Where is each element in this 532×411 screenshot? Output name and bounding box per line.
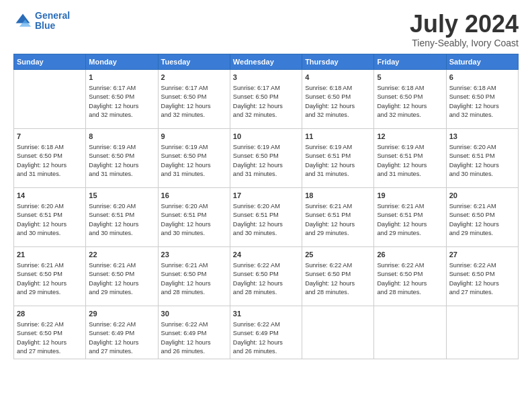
day-info: Sunrise: 6:19 AM Sunset: 6:51 PM Dayligh… [377, 143, 443, 179]
day-number: 6 [449, 73, 515, 83]
weekday-header: Friday [374, 54, 446, 69]
svg-marker-0 [16, 14, 30, 24]
day-info: Sunrise: 6:20 AM Sunset: 6:51 PM Dayligh… [161, 202, 227, 238]
calendar-cell: 15Sunrise: 6:20 AM Sunset: 6:51 PM Dayli… [86, 187, 158, 246]
calendar-cell: 9Sunrise: 6:19 AM Sunset: 6:50 PM Daylig… [158, 128, 230, 187]
logo-icon [13, 11, 32, 30]
calendar-cell: 31Sunrise: 6:22 AM Sunset: 6:49 PM Dayli… [230, 306, 302, 359]
day-info: Sunrise: 6:18 AM Sunset: 6:50 PM Dayligh… [17, 143, 83, 179]
calendar-cell: 22Sunrise: 6:21 AM Sunset: 6:50 PM Dayli… [86, 246, 158, 306]
day-info: Sunrise: 6:22 AM Sunset: 6:50 PM Dayligh… [377, 261, 443, 297]
title-block: July 2024 Tieny-Seably, Ivory Coast [410, 11, 519, 48]
day-info: Sunrise: 6:22 AM Sunset: 6:50 PM Dayligh… [449, 261, 515, 297]
day-number: 24 [233, 250, 299, 260]
day-info: Sunrise: 6:20 AM Sunset: 6:51 PM Dayligh… [233, 202, 299, 238]
calendar-cell: 4Sunrise: 6:18 AM Sunset: 6:50 PM Daylig… [302, 69, 374, 128]
calendar-cell [446, 306, 518, 359]
calendar-cell: 26Sunrise: 6:22 AM Sunset: 6:50 PM Dayli… [374, 246, 446, 306]
calendar-cell [14, 69, 86, 128]
day-info: Sunrise: 6:22 AM Sunset: 6:50 PM Dayligh… [17, 320, 83, 356]
calendar-cell: 14Sunrise: 6:20 AM Sunset: 6:51 PM Dayli… [14, 187, 86, 246]
day-number: 29 [89, 309, 154, 319]
day-info: Sunrise: 6:20 AM Sunset: 6:51 PM Dayligh… [89, 202, 154, 238]
calendar-row: 28Sunrise: 6:22 AM Sunset: 6:50 PM Dayli… [14, 306, 519, 359]
day-number: 4 [305, 73, 371, 83]
calendar-row: 7Sunrise: 6:18 AM Sunset: 6:50 PM Daylig… [14, 128, 519, 187]
calendar-cell: 24Sunrise: 6:22 AM Sunset: 6:50 PM Dayli… [230, 246, 302, 306]
day-info: Sunrise: 6:21 AM Sunset: 6:51 PM Dayligh… [377, 202, 443, 238]
day-info: Sunrise: 6:18 AM Sunset: 6:50 PM Dayligh… [449, 84, 515, 120]
calendar-cell [302, 306, 374, 359]
subtitle: Tieny-Seably, Ivory Coast [410, 38, 519, 48]
day-number: 30 [161, 309, 227, 319]
day-number: 5 [377, 73, 443, 83]
day-info: Sunrise: 6:17 AM Sunset: 6:50 PM Dayligh… [89, 84, 154, 120]
day-number: 25 [305, 250, 371, 260]
calendar-cell: 17Sunrise: 6:20 AM Sunset: 6:51 PM Dayli… [230, 187, 302, 246]
calendar-cell: 20Sunrise: 6:21 AM Sunset: 6:50 PM Dayli… [446, 187, 518, 246]
day-info: Sunrise: 6:18 AM Sunset: 6:50 PM Dayligh… [305, 84, 371, 120]
day-info: Sunrise: 6:22 AM Sunset: 6:49 PM Dayligh… [161, 320, 227, 356]
calendar-cell: 3Sunrise: 6:17 AM Sunset: 6:50 PM Daylig… [230, 69, 302, 128]
day-info: Sunrise: 6:21 AM Sunset: 6:51 PM Dayligh… [305, 202, 371, 238]
day-number: 22 [89, 250, 154, 260]
day-info: Sunrise: 6:21 AM Sunset: 6:50 PM Dayligh… [449, 202, 515, 238]
day-number: 31 [233, 309, 299, 319]
day-info: Sunrise: 6:19 AM Sunset: 6:50 PM Dayligh… [233, 143, 299, 179]
main-title: July 2024 [410, 11, 519, 38]
calendar-cell: 21Sunrise: 6:21 AM Sunset: 6:50 PM Dayli… [14, 246, 86, 306]
calendar-cell: 29Sunrise: 6:22 AM Sunset: 6:49 PM Dayli… [86, 306, 158, 359]
day-info: Sunrise: 6:22 AM Sunset: 6:50 PM Dayligh… [233, 261, 299, 297]
calendar-cell: 27Sunrise: 6:22 AM Sunset: 6:50 PM Dayli… [446, 246, 518, 306]
day-number: 8 [89, 132, 154, 142]
calendar-cell: 1Sunrise: 6:17 AM Sunset: 6:50 PM Daylig… [86, 69, 158, 128]
day-number: 2 [161, 73, 227, 83]
calendar-cell: 30Sunrise: 6:22 AM Sunset: 6:49 PM Dayli… [158, 306, 230, 359]
day-number: 10 [233, 132, 299, 142]
day-number: 1 [89, 73, 154, 83]
calendar-cell: 16Sunrise: 6:20 AM Sunset: 6:51 PM Dayli… [158, 187, 230, 246]
day-number: 23 [161, 250, 227, 260]
calendar-cell: 10Sunrise: 6:19 AM Sunset: 6:50 PM Dayli… [230, 128, 302, 187]
day-number: 7 [17, 132, 83, 142]
day-number: 3 [233, 73, 299, 83]
calendar-cell: 28Sunrise: 6:22 AM Sunset: 6:50 PM Dayli… [14, 306, 86, 359]
day-info: Sunrise: 6:22 AM Sunset: 6:49 PM Dayligh… [233, 320, 299, 356]
day-info: Sunrise: 6:22 AM Sunset: 6:50 PM Dayligh… [305, 261, 371, 297]
weekday-header: Tuesday [158, 54, 230, 69]
day-info: Sunrise: 6:19 AM Sunset: 6:50 PM Dayligh… [89, 143, 154, 179]
calendar-cell: 25Sunrise: 6:22 AM Sunset: 6:50 PM Dayli… [302, 246, 374, 306]
day-number: 27 [449, 250, 515, 260]
day-info: Sunrise: 6:21 AM Sunset: 6:50 PM Dayligh… [161, 261, 227, 297]
day-number: 9 [161, 132, 227, 142]
day-info: Sunrise: 6:19 AM Sunset: 6:51 PM Dayligh… [305, 143, 371, 179]
calendar-cell: 18Sunrise: 6:21 AM Sunset: 6:51 PM Dayli… [302, 187, 374, 246]
calendar-row: 21Sunrise: 6:21 AM Sunset: 6:50 PM Dayli… [14, 246, 519, 306]
day-info: Sunrise: 6:21 AM Sunset: 6:50 PM Dayligh… [17, 261, 83, 297]
day-number: 13 [449, 132, 515, 142]
day-number: 21 [17, 250, 83, 260]
calendar-cell: 6Sunrise: 6:18 AM Sunset: 6:50 PM Daylig… [446, 69, 518, 128]
day-info: Sunrise: 6:17 AM Sunset: 6:50 PM Dayligh… [233, 84, 299, 120]
calendar-cell: 2Sunrise: 6:17 AM Sunset: 6:50 PM Daylig… [158, 69, 230, 128]
calendar-cell: 23Sunrise: 6:21 AM Sunset: 6:50 PM Dayli… [158, 246, 230, 306]
day-info: Sunrise: 6:21 AM Sunset: 6:50 PM Dayligh… [89, 261, 154, 297]
day-number: 14 [17, 191, 83, 201]
weekday-header: Saturday [446, 54, 518, 69]
calendar-row: 1Sunrise: 6:17 AM Sunset: 6:50 PM Daylig… [14, 69, 519, 128]
calendar-row: 14Sunrise: 6:20 AM Sunset: 6:51 PM Dayli… [14, 187, 519, 246]
day-info: Sunrise: 6:17 AM Sunset: 6:50 PM Dayligh… [161, 84, 227, 120]
calendar-cell [374, 306, 446, 359]
calendar-cell: 19Sunrise: 6:21 AM Sunset: 6:51 PM Dayli… [374, 187, 446, 246]
day-number: 11 [305, 132, 371, 142]
weekday-header: Monday [86, 54, 158, 69]
calendar-table: SundayMondayTuesdayWednesdayThursdayFrid… [13, 54, 519, 360]
header-row: SundayMondayTuesdayWednesdayThursdayFrid… [14, 54, 519, 69]
calendar-cell: 7Sunrise: 6:18 AM Sunset: 6:50 PM Daylig… [14, 128, 86, 187]
day-info: Sunrise: 6:20 AM Sunset: 6:51 PM Dayligh… [17, 202, 83, 238]
day-number: 28 [17, 309, 83, 319]
calendar-cell: 13Sunrise: 6:20 AM Sunset: 6:51 PM Dayli… [446, 128, 518, 187]
day-number: 19 [377, 191, 443, 201]
weekday-header: Sunday [14, 54, 86, 69]
day-number: 20 [449, 191, 515, 201]
